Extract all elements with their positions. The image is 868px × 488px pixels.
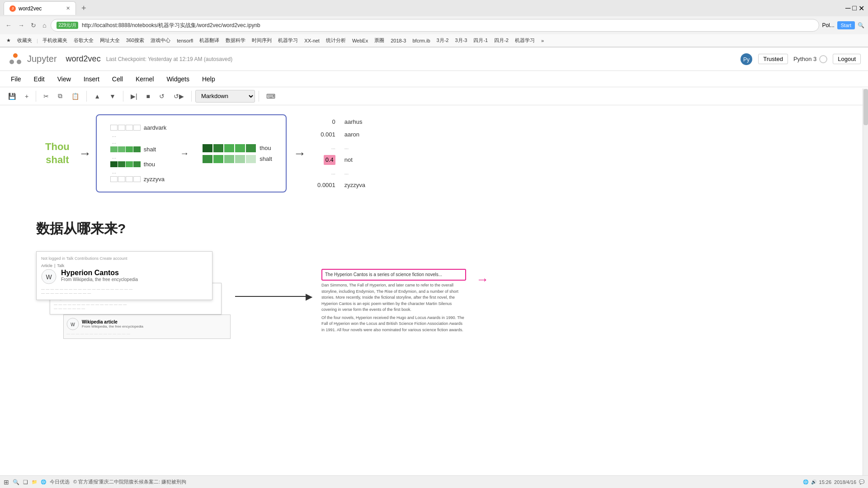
tab-title: word2vec xyxy=(19,5,42,12)
logout-button[interactable]: Logout xyxy=(833,54,861,64)
bookmark-bfcrm[interactable]: bfcrm.ib xyxy=(410,37,433,44)
bookmark-2018[interactable]: 2018-3 xyxy=(388,37,409,44)
wiki1-content-area: W Hyperion Cantos From Wikipedia, the fr… xyxy=(41,269,208,284)
run-button[interactable]: ▶| xyxy=(127,90,141,102)
new-tab-button[interactable]: + xyxy=(78,4,90,13)
wiki-body-text-2: Of the four novels, Hyperion received th… xyxy=(321,315,466,333)
wikipedia-logo-3: W xyxy=(66,318,79,330)
restart-button[interactable]: ↺ xyxy=(156,90,168,102)
bookmark-star-icon[interactable]: ★ xyxy=(4,37,14,44)
menu-edit[interactable]: Edit xyxy=(28,74,50,84)
taskbar-app-2[interactable]: 🌐 xyxy=(41,479,46,484)
bookmark-games[interactable]: 游戏中心 xyxy=(148,36,173,45)
cortana-icon[interactable]: 🔍 xyxy=(13,479,19,485)
bookmark-3m2[interactable]: 3月-2 xyxy=(434,36,452,45)
bookmark-ml2[interactable]: 机器学习 xyxy=(512,36,538,45)
bookmark-collections[interactable]: 收藏夹 xyxy=(14,36,35,45)
close-window-button[interactable]: ✕ xyxy=(859,4,864,13)
restart-run-button[interactable]: ↺▶ xyxy=(170,90,188,102)
thou-embedding-row: thou xyxy=(203,144,272,152)
matrix-cells-thou xyxy=(110,161,141,167)
vocab-row-dots1: ... xyxy=(110,132,167,138)
move-down-button[interactable]: ▼ xyxy=(106,90,119,102)
vocab-word-shalt: shalt xyxy=(144,146,156,153)
bookmark-nav[interactable]: 网址大全 xyxy=(97,36,123,45)
bookmark-360[interactable]: 360搜索 xyxy=(123,36,147,45)
scroll-thumb[interactable] xyxy=(863,89,868,125)
bookmark-translate[interactable]: 机器翻译 xyxy=(197,36,222,45)
wiki1-content1: — — — — — — — — — — — — — — — — — — — — xyxy=(41,287,208,291)
menu-help[interactable]: Help xyxy=(197,74,221,84)
wiki3-content: — — — — — — — — — — — — — — xyxy=(66,332,227,336)
bookmark-apr1[interactable]: 四月-1 xyxy=(471,36,491,45)
scrollbar[interactable] xyxy=(863,89,868,477)
output-word-not: not xyxy=(344,155,365,165)
vocab-dots2: ... xyxy=(112,139,116,145)
paste-cell-button[interactable]: 📋 xyxy=(68,90,83,102)
wiki-arrow-line xyxy=(235,296,307,297)
bookmark-3m3[interactable]: 3月-3 xyxy=(453,36,470,45)
back-button[interactable]: ← xyxy=(4,20,14,31)
forward-button[interactable]: → xyxy=(16,20,26,31)
output-word-zyzzyva2: zyzzyva xyxy=(344,180,365,190)
minimize-button[interactable]: ─ xyxy=(845,4,850,12)
reload-button[interactable]: ↻ xyxy=(29,20,38,31)
menu-kernel[interactable]: Kernel xyxy=(130,74,159,84)
bookmark-datascience[interactable]: 数据科学 xyxy=(223,36,248,45)
shalt-embedding-bar xyxy=(203,155,256,163)
matrix-cells-zyzzyva xyxy=(110,176,141,182)
task-view-icon[interactable]: ❑ xyxy=(23,479,28,485)
bookmark-mobile[interactable]: 手机收藏夹 xyxy=(40,36,70,45)
keyboard-shortcuts-button[interactable]: ⌨ xyxy=(263,90,279,102)
output-val-0: 0 xyxy=(313,117,335,127)
url-input[interactable]: 229元/月 http://localhost:8888/notebooks/机… xyxy=(51,19,819,32)
bookmark-google[interactable]: 谷歌大全 xyxy=(71,36,96,45)
vocab-row-shalt: shalt xyxy=(110,146,167,153)
home-button[interactable]: ⌂ xyxy=(41,20,48,31)
bookmark-ml[interactable]: 机器学习 xyxy=(275,36,301,45)
bookmark-tensorflow[interactable]: tensorfl xyxy=(174,37,196,44)
bookmark-more[interactable]: » xyxy=(538,37,547,44)
windows-start-icon[interactable]: ⊞ xyxy=(4,479,9,486)
wiki1-tabs: Article | Talk xyxy=(41,263,208,268)
vocab-word-aardvark: aardvark xyxy=(144,124,167,131)
wiki3-text: Wikipedia article From Wikipedia, the fr… xyxy=(82,319,143,328)
menu-file[interactable]: File xyxy=(5,74,27,84)
save-button[interactable]: 💾 xyxy=(5,90,19,102)
cut-cell-button[interactable]: ✂ xyxy=(40,90,52,102)
output-words-col: aarhus aaron ... not ... zyzzyva xyxy=(344,117,365,190)
output-dots-2: ... xyxy=(331,168,335,178)
move-up-button[interactable]: ▲ xyxy=(90,90,104,102)
bookmark-timeseries[interactable]: 时间序列 xyxy=(249,36,274,45)
search-icon: 🔍 xyxy=(858,22,864,28)
bookmark-pq[interactable]: 票圈 xyxy=(372,36,387,45)
bookmarks-bar: ★ 收藏夹 | 手机收藏夹 谷歌大全 网址大全 360搜索 游戏中心 tenso… xyxy=(0,34,868,47)
interrupt-button[interactable]: ■ xyxy=(143,90,154,102)
wiki3-title: Wikipedia article xyxy=(82,319,143,324)
copy-cell-button[interactable]: ⧉ xyxy=(54,90,66,102)
bookmark-apr2[interactable]: 四月-2 xyxy=(491,36,511,45)
menu-widgets[interactable]: Widgets xyxy=(161,74,195,84)
menu-cell[interactable]: Cell xyxy=(107,74,128,84)
taskbar-app-1[interactable]: 📁 xyxy=(32,479,37,484)
tab-close-button[interactable]: ✕ xyxy=(66,5,70,11)
python-logo-icon: Py xyxy=(740,53,753,66)
svg-point-1 xyxy=(9,60,14,64)
menu-view[interactable]: View xyxy=(52,74,76,84)
menu-insert[interactable]: Insert xyxy=(78,74,105,84)
bookmark-webex[interactable]: WebEx xyxy=(349,37,371,44)
cell-type-select[interactable]: Markdown Code Raw NBConvert Heading xyxy=(195,90,255,103)
vocab-row-dots2: ... xyxy=(110,139,167,145)
header-right: Py Trusted Python 3 Logout xyxy=(740,53,861,66)
start-button[interactable]: Start xyxy=(837,21,855,29)
add-cell-button[interactable]: + xyxy=(21,90,32,102)
active-tab[interactable]: J word2vec ✕ xyxy=(4,1,76,15)
notebook-title[interactable]: word2vec xyxy=(66,54,101,64)
shalt-embed-label: shalt xyxy=(259,155,272,162)
browser-right-controls: Pol... Start 🔍 xyxy=(822,21,864,29)
trusted-button[interactable]: Trusted xyxy=(758,54,788,64)
notification-icon[interactable]: 💬 xyxy=(859,479,864,484)
maximize-button[interactable]: □ xyxy=(852,4,857,12)
bookmark-xxnet[interactable]: XX-net xyxy=(302,37,322,44)
bookmark-stats[interactable]: 统计分析 xyxy=(323,36,349,45)
